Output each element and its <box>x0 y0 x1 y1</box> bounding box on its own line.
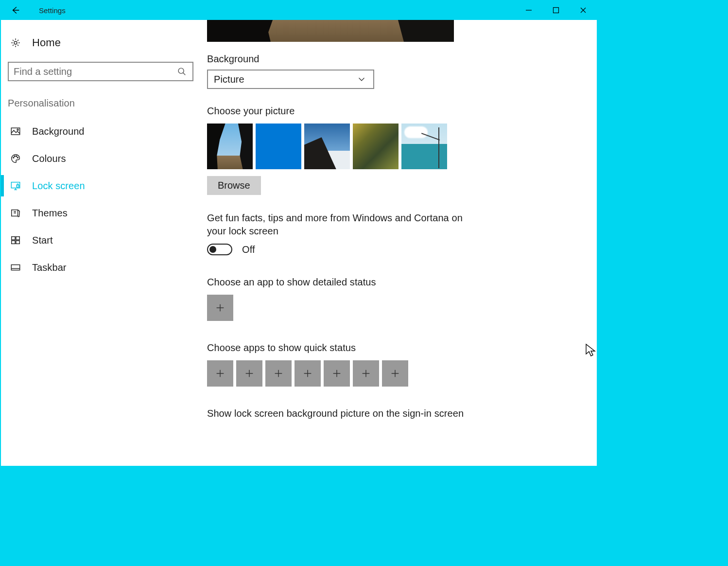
chevron-down-icon <box>356 73 367 85</box>
detailed-status-label: Choose an app to show detailed status <box>207 277 590 288</box>
sidebar-item-label: Themes <box>32 208 68 219</box>
quick-status-add-6[interactable] <box>353 360 379 387</box>
quick-status-add-1[interactable] <box>207 360 233 387</box>
taskbar-icon <box>10 262 21 273</box>
fun-facts-toggle[interactable] <box>207 244 232 255</box>
minimize-button[interactable] <box>515 0 542 20</box>
sidebar: Home Personalisation <box>1 20 200 466</box>
signin-picture-label: Show lock screen background picture on t… <box>207 408 590 419</box>
sidebar-item-taskbar[interactable]: Taskbar <box>1 254 200 281</box>
search-input[interactable] <box>8 62 193 81</box>
background-dropdown[interactable]: Picture <box>207 70 374 89</box>
plus-icon <box>215 302 225 313</box>
window-title: Settings <box>30 0 66 20</box>
picture-thumbnails <box>207 124 590 169</box>
picture-thumb-2[interactable] <box>256 124 301 169</box>
picture-thumb-4[interactable] <box>353 124 399 169</box>
svg-point-1 <box>14 41 17 44</box>
themes-icon <box>10 207 21 219</box>
plus-icon <box>244 368 255 379</box>
start-icon <box>10 234 21 246</box>
home-label: Home <box>32 36 61 49</box>
svg-point-2 <box>178 68 184 73</box>
svg-point-8 <box>17 157 18 158</box>
picture-thumb-5[interactable] <box>401 124 447 169</box>
back-button[interactable] <box>1 0 30 20</box>
svg-point-4 <box>17 129 18 130</box>
sidebar-item-label: Background <box>32 126 85 137</box>
minimize-icon <box>525 7 532 14</box>
plus-icon <box>302 368 313 379</box>
sidebar-item-label: Start <box>32 235 53 246</box>
svg-rect-14 <box>12 241 15 244</box>
svg-rect-10 <box>17 185 19 187</box>
browse-button[interactable]: Browse <box>207 176 261 195</box>
quick-status-row <box>207 360 590 387</box>
close-icon <box>580 7 587 14</box>
svg-point-7 <box>16 156 17 157</box>
quick-status-add-4[interactable] <box>295 360 321 387</box>
search-field[interactable] <box>14 66 176 77</box>
picture-thumb-1[interactable] <box>207 124 253 169</box>
maximize-button[interactable] <box>542 0 570 20</box>
dropdown-value: Picture <box>214 74 244 85</box>
quick-status-add-2[interactable] <box>236 360 262 387</box>
section-label: Personalisation <box>1 86 200 113</box>
plus-icon <box>361 368 371 379</box>
fun-facts-label: Get fun facts, tips and more from Window… <box>207 212 469 238</box>
home-button[interactable]: Home <box>1 32 200 54</box>
svg-point-6 <box>14 156 15 157</box>
lock-screen-preview: 08:46 Monday 8 August <box>207 20 454 42</box>
lock-screen-icon <box>10 180 21 192</box>
close-button[interactable] <box>570 0 597 20</box>
svg-rect-15 <box>16 241 19 244</box>
svg-rect-0 <box>554 8 559 13</box>
nav: Background Colours <box>1 113 200 281</box>
sidebar-item-start[interactable]: Start <box>1 227 200 254</box>
background-label: Background <box>207 53 590 65</box>
picture-thumb-3[interactable] <box>304 124 350 169</box>
quick-status-add-7[interactable] <box>382 360 408 387</box>
titlebar: Settings <box>1 0 597 20</box>
sidebar-item-label: Lock screen <box>32 180 85 192</box>
search-icon <box>176 66 188 77</box>
maximize-icon <box>553 7 559 14</box>
content-scroll[interactable]: 08:46 Monday 8 August Background Picture… <box>200 20 590 466</box>
sidebar-item-background[interactable]: Background <box>1 118 200 145</box>
sidebar-item-label: Taskbar <box>32 262 67 273</box>
fun-facts-state: Off <box>242 244 255 255</box>
quick-status-label: Choose apps to show quick status <box>207 342 590 354</box>
picture-icon <box>10 125 21 137</box>
plus-icon <box>390 368 400 379</box>
sidebar-item-themes[interactable]: Themes <box>1 199 200 227</box>
svg-point-5 <box>13 157 14 158</box>
svg-rect-16 <box>11 265 19 270</box>
plus-icon <box>273 368 284 379</box>
detailed-status-add[interactable] <box>207 295 233 321</box>
sidebar-item-label: Colours <box>32 153 66 164</box>
sidebar-item-lock-screen[interactable]: Lock screen <box>1 172 200 199</box>
choose-picture-label: Choose your picture <box>207 106 590 117</box>
sidebar-item-colours[interactable]: Colours <box>1 145 200 172</box>
svg-rect-13 <box>16 237 19 240</box>
back-arrow-icon <box>10 4 21 16</box>
quick-status-add-3[interactable] <box>265 360 292 387</box>
svg-rect-12 <box>12 237 15 240</box>
gear-icon <box>10 37 21 49</box>
palette-icon <box>10 153 21 164</box>
plus-icon <box>215 368 225 379</box>
quick-status-add-5[interactable] <box>324 360 350 387</box>
settings-window: Settings Home <box>0 0 597 466</box>
plus-icon <box>331 368 342 379</box>
